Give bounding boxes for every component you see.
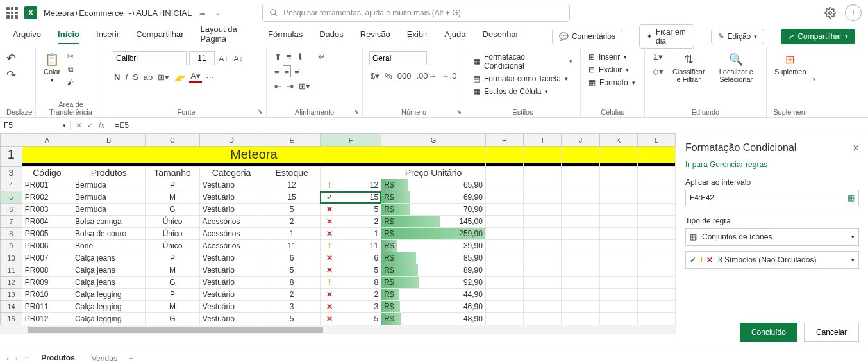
- more-font-icon[interactable]: ⋯: [204, 72, 215, 83]
- conditional-formatting-button[interactable]: ▦Formatação Condicional▾: [472, 51, 574, 72]
- font-color-button[interactable]: A▾: [189, 70, 202, 83]
- cell-code[interactable]: PR004: [22, 216, 72, 228]
- comma-icon[interactable]: 000: [396, 70, 413, 81]
- underline-button[interactable]: S: [131, 72, 140, 83]
- close-panel-icon[interactable]: ✕: [853, 143, 859, 152]
- copy-icon[interactable]: ⧉: [65, 64, 76, 74]
- formula-cancel-icon[interactable]: ✕: [76, 121, 82, 130]
- tab-scroll-left-icon[interactable]: ‹: [6, 354, 9, 363]
- cell-size[interactable]: Único: [146, 240, 200, 252]
- add-sheet-icon[interactable]: +: [129, 354, 133, 363]
- cell-product[interactable]: Bolsa de couro: [72, 228, 146, 240]
- search-input[interactable]: Pesquisar ferramentas, ajuda e muito mai…: [262, 4, 570, 22]
- increase-font-icon[interactable]: A↑: [217, 53, 230, 64]
- cell-stock[interactable]: 5: [263, 313, 321, 325]
- table-row[interactable]: 9PR006BonéÚnicoAcessórios11!11R$39,90: [1, 240, 676, 252]
- cell-size[interactable]: P: [146, 289, 200, 301]
- row-header[interactable]: 7: [1, 216, 22, 228]
- format-painter-icon[interactable]: 🖌: [65, 77, 76, 87]
- cell-stock[interactable]: 15: [263, 191, 321, 204]
- cell-icon-stock[interactable]: !12: [320, 179, 381, 191]
- addins-button[interactable]: ⊞Suplemen: [773, 51, 808, 77]
- cell-icon-stock[interactable]: ✕1: [320, 228, 381, 240]
- cell-price[interactable]: R$69,90: [381, 191, 486, 204]
- cell-product[interactable]: Calça jeans: [72, 252, 146, 264]
- cell-product[interactable]: Bermuda: [72, 191, 146, 204]
- col-header[interactable]: J: [562, 134, 599, 147]
- redo-icon[interactable]: ↷: [6, 68, 16, 82]
- tab-layout[interactable]: Layout da Página: [201, 24, 251, 49]
- tab-dados[interactable]: Dados: [319, 29, 344, 44]
- cell-category[interactable]: Acessórios: [199, 216, 263, 228]
- cell-size[interactable]: M: [146, 264, 200, 277]
- table-row[interactable]: 4PR001BermudaPVestuário12!12R$65,90: [1, 179, 676, 191]
- cell-product[interactable]: Calça jeans: [72, 264, 146, 277]
- cell-code[interactable]: PR012: [22, 313, 72, 325]
- merge-cells-icon[interactable]: ⊞▾: [297, 81, 312, 92]
- table-row[interactable]: 10PR007Calça jeansPVestuário6✕6R$85,90: [1, 252, 676, 264]
- cell-price[interactable]: R$259,90: [381, 228, 486, 240]
- decrease-indent-icon[interactable]: ⇤: [273, 81, 283, 92]
- cell-product[interactable]: Boné: [72, 240, 146, 252]
- cell-product[interactable]: Bolsa coringa: [72, 216, 146, 228]
- profile-avatar[interactable]: I: [845, 4, 862, 21]
- cell-product[interactable]: Calça legging: [72, 289, 146, 301]
- cell-price[interactable]: R$70,90: [381, 204, 486, 216]
- cell-size[interactable]: P: [146, 179, 200, 191]
- cell-size[interactable]: G: [146, 277, 200, 289]
- cell-code[interactable]: PR010: [22, 289, 72, 301]
- col-header[interactable]: K: [599, 134, 637, 147]
- table-row[interactable]: 15PR012Calça leggingGVestuário5✕5R$48,90: [1, 313, 676, 325]
- cell-icon-stock[interactable]: ✕2: [320, 289, 381, 301]
- table-row[interactable]: 13PR010Calça leggingPVestuário2✕2R$44,90: [1, 289, 676, 301]
- find-select-button[interactable]: 🔍Localizar e Selecionar: [712, 51, 760, 85]
- cell-stock[interactable]: 5: [263, 264, 321, 277]
- cell-stock[interactable]: 2: [263, 289, 321, 301]
- align-top-icon[interactable]: ⬆: [273, 51, 283, 62]
- row-header[interactable]: 11: [1, 264, 22, 277]
- formula-input[interactable]: =E5: [110, 121, 868, 130]
- align-bottom-icon[interactable]: ⬇: [296, 51, 305, 62]
- ribbon-more-icon[interactable]: ›: [812, 74, 817, 85]
- cell-icon-stock[interactable]: ✕6: [320, 252, 381, 264]
- manage-rules-link[interactable]: Ir para Gerenciar regras: [685, 160, 859, 169]
- cell-price[interactable]: R$46,90: [381, 301, 486, 313]
- file-name[interactable]: Meteora+Ecommerce+-+AULA+INICIAL: [44, 8, 192, 18]
- wrap-text-icon[interactable]: ↩: [317, 51, 326, 62]
- align-middle-icon[interactable]: ≡: [285, 51, 293, 62]
- align-dialog-launcher[interactable]: ⬊: [352, 107, 361, 116]
- align-right-icon[interactable]: ≡: [293, 66, 301, 77]
- tab-desenhar[interactable]: Desenhar: [483, 29, 519, 44]
- cell-stock[interactable]: 2: [263, 216, 321, 228]
- bold-button[interactable]: N: [113, 72, 121, 83]
- cell-stock[interactable]: 11: [263, 240, 321, 252]
- row-header[interactable]: 8: [1, 228, 22, 240]
- cell-size[interactable]: M: [146, 301, 200, 313]
- tab-inserir[interactable]: Inserir: [96, 29, 119, 44]
- row-header[interactable]: 4: [1, 179, 22, 191]
- cell-stock[interactable]: 1: [263, 228, 321, 240]
- undo-icon[interactable]: ↶: [6, 51, 16, 65]
- font-dialog-launcher[interactable]: ⬊: [256, 107, 265, 116]
- settings-icon[interactable]: [824, 7, 836, 19]
- col-header[interactable]: A: [22, 134, 72, 147]
- cell-category[interactable]: Vestuário: [199, 252, 263, 264]
- cell-icon-stock[interactable]: ✕5: [320, 313, 381, 325]
- editing-mode-button[interactable]: ✎Edição▾: [711, 29, 765, 44]
- cell-price[interactable]: R$65,90: [381, 179, 486, 191]
- select-all-corner[interactable]: [1, 134, 22, 147]
- cell-size[interactable]: G: [146, 313, 200, 325]
- cell-stock[interactable]: 6: [263, 252, 321, 264]
- tab-ajuda[interactable]: Ajuda: [444, 29, 465, 44]
- cell-price[interactable]: R$92,90: [381, 277, 486, 289]
- cell-icon-stock[interactable]: ✕2: [320, 216, 381, 228]
- cell-stock[interactable]: 8: [263, 277, 321, 289]
- cell-category[interactable]: Vestuário: [199, 313, 263, 325]
- row-header[interactable]: 14: [1, 301, 22, 313]
- number-format-select[interactable]: [369, 51, 427, 65]
- cell-category[interactable]: Vestuário: [199, 264, 263, 277]
- decrease-decimal-icon[interactable]: ←.0: [440, 70, 458, 81]
- increase-decimal-icon[interactable]: .00→: [415, 70, 438, 81]
- insert-cells-button[interactable]: ⊞Inserir▾: [587, 51, 628, 63]
- range-input[interactable]: F4:F42 ▦: [685, 190, 859, 206]
